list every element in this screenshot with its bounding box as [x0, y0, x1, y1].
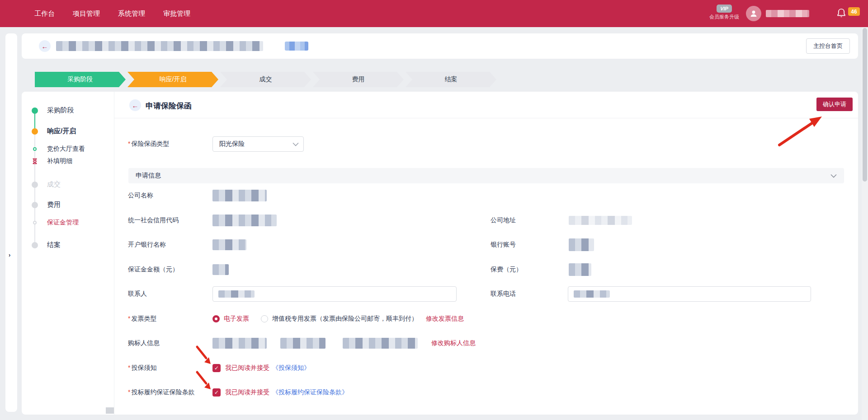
row-bank-name: 开户银行名称 银行账号 — [114, 233, 858, 257]
vip-icon: VIP — [717, 5, 732, 13]
confirm-apply-button[interactable]: 确认申请 — [816, 98, 853, 111]
select-value: 阳光保险 — [219, 140, 292, 148]
step-response-open[interactable]: 响应/开启 — [127, 72, 218, 87]
back-icon[interactable]: ← — [39, 40, 51, 52]
contact-phone-label: 联系电话 — [491, 290, 568, 298]
gray-dot-icon — [32, 202, 38, 208]
section-title: 申请信息 — [136, 172, 830, 180]
form-header: ← 申请保险保函 确认申请 — [114, 92, 858, 118]
agree-text: 我已阅读并接受 — [225, 364, 269, 372]
redacted-buyer-phone — [280, 338, 326, 349]
step-deal[interactable]: 成交 — [220, 72, 311, 87]
redacted-bank-account — [569, 238, 594, 251]
row-insure-notice: *投保须知 ✓ 我已阅读并接受 《投保须知》 — [114, 356, 858, 381]
radio-vat-invoice[interactable] — [261, 315, 268, 322]
performance-terms-checkbox[interactable]: ✓ — [212, 388, 221, 397]
vip-caption: 会员服务升级 — [704, 14, 744, 20]
company-address-label: 公司地址 — [491, 216, 569, 224]
scrollbar-thumb[interactable] — [863, 28, 867, 182]
insure-notice-checkbox[interactable]: ✓ — [212, 364, 221, 372]
redacted-deposit-amount — [212, 264, 229, 275]
notification-bell-icon[interactable] — [836, 8, 846, 20]
notification-count-badge[interactable]: 46 — [848, 7, 860, 16]
redacted-buyer-id — [343, 338, 418, 349]
credit-code-label: 统一社会信用代码 — [128, 216, 212, 224]
edit-buyer-link[interactable]: 修改购标人信息 — [431, 339, 476, 347]
redacted-buyer-name — [212, 338, 267, 349]
timeline-item-deposit-mgmt[interactable]: 保证金管理 — [32, 219, 79, 227]
chevron-down-icon — [292, 142, 299, 146]
timeline-item-procurement[interactable]: 采购阶段 — [32, 106, 74, 115]
performance-terms-link[interactable]: 《投标履约保证保险条款》 — [272, 388, 348, 397]
timeline-item-fee[interactable]: 费用 — [32, 201, 61, 209]
redacted-contact-value — [218, 290, 255, 298]
gray-dot-icon — [32, 242, 38, 248]
redacted-status-badge — [285, 42, 308, 51]
vat-invoice-label: 增值税专用发票（发票由保险公司邮寄，顺丰到付） — [272, 315, 418, 323]
redacted-bank-name — [212, 239, 246, 250]
contact-input[interactable] — [212, 286, 457, 302]
bank-account-label: 银行账号 — [491, 241, 569, 249]
stage-stepper: 采购阶段 响应/开启 成交 费用 结案 — [35, 72, 496, 87]
insure-notice-label: *投保须知 — [128, 364, 212, 372]
insure-notice-link[interactable]: 《投保须知》 — [272, 364, 310, 372]
insurance-type-label: *保险保函类型 — [128, 140, 212, 148]
console-home-button[interactable]: 主控台首页 — [806, 38, 850, 54]
nav-item-workbench[interactable]: 工作台 — [34, 9, 55, 18]
redacted-username — [766, 10, 809, 17]
edit-invoice-link[interactable]: 修改发票信息 — [426, 315, 464, 323]
redacted-premium — [569, 263, 591, 276]
insurance-type-select[interactable]: 阳光保险 — [212, 136, 304, 152]
electronic-invoice-label: 电子发票 — [224, 315, 249, 323]
timeline-item-fill-details[interactable]: 补填明细 — [32, 157, 72, 165]
deposit-amount-label: 保证金金额（元） — [128, 266, 212, 274]
section-header-apply-info[interactable]: 申请信息 — [128, 168, 844, 183]
row-company-name: 公司名称 — [114, 183, 858, 208]
step-close[interactable]: 结案 — [406, 72, 496, 87]
contact-phone-input[interactable] — [568, 286, 811, 302]
insurance-form: ← 申请保险保函 确认申请 *保险保函类型 阳光保险 申请信息 公司名称 统一社… — [114, 92, 858, 415]
nav-item-approval-mgmt[interactable]: 审批管理 — [163, 9, 190, 18]
timeline-item-response-open[interactable]: 响应/开启 — [32, 127, 76, 135]
invoice-type-label: *发票类型 — [128, 315, 212, 323]
chevron-down-icon — [830, 174, 837, 178]
redacted-credit-code — [212, 215, 277, 226]
green-dot-icon — [32, 107, 38, 114]
insurance-type-row: *保险保函类型 阳光保险 — [128, 136, 858, 152]
radio-electronic-invoice[interactable] — [212, 315, 220, 322]
step-procurement[interactable]: 采购阶段 — [35, 72, 126, 87]
redacted-phone-value — [574, 290, 610, 298]
page-header-card: ← 主控台首页 — [22, 33, 858, 59]
premium-label: 保费（元） — [491, 266, 569, 274]
expand-panel-chevron-icon[interactable]: › — [9, 252, 10, 258]
company-name-label: 公司名称 — [128, 191, 212, 200]
form-title: 申请保险保函 — [146, 101, 192, 111]
row-performance-terms: *投标履约保证保险条款 ✓ 我已阅读并接受 《投标履约保证保险条款》 — [114, 380, 858, 405]
agree-text: 我已阅读并接受 — [225, 388, 269, 397]
top-navbar: 工作台 项目管理 系统管理 审批管理 VIP 会员服务升级 46 — [0, 0, 868, 27]
step-fee[interactable]: 费用 — [313, 72, 404, 87]
vip-upgrade[interactable]: VIP 会员服务升级 — [704, 4, 744, 20]
orange-dot-icon — [32, 128, 38, 135]
main-menu: 工作台 项目管理 系统管理 审批管理 — [34, 0, 190, 27]
person-icon — [749, 9, 758, 18]
buyer-info-label: 购标人信息 — [128, 339, 212, 347]
user-avatar[interactable] — [746, 6, 761, 21]
row-invoice-type: *发票类型 电子发票 增值税专用发票（发票由保险公司邮寄，顺丰到付） 修改发票信… — [114, 307, 858, 331]
nav-item-project-mgmt[interactable]: 项目管理 — [73, 9, 100, 18]
hourglass-icon — [32, 158, 38, 164]
gray-ring-icon — [33, 221, 37, 224]
timeline-item-bidding-hall[interactable]: 竞价大厅查看 — [32, 145, 85, 153]
form-back-icon[interactable]: ← — [129, 99, 141, 111]
gray-dot-icon — [32, 182, 38, 188]
vertical-scrollbar[interactable] — [862, 27, 868, 420]
sidebar-scrollbar-thumb[interactable] — [106, 407, 114, 414]
row-credit-code: 统一社会信用代码 公司地址 — [114, 208, 858, 233]
redacted-company-address — [569, 216, 632, 225]
row-buyer-info: 购标人信息 修改购标人信息 — [114, 331, 858, 356]
timeline-item-close[interactable]: 结案 — [32, 241, 61, 249]
main-content-card: 采购阶段 响应/开启 竞价大厅查看 补填明细 成交 费用 保证金管理 结案 — [22, 92, 858, 415]
nav-item-system-mgmt[interactable]: 系统管理 — [118, 9, 145, 18]
timeline-item-deal[interactable]: 成交 — [32, 180, 61, 189]
green-ring-icon — [33, 147, 37, 151]
